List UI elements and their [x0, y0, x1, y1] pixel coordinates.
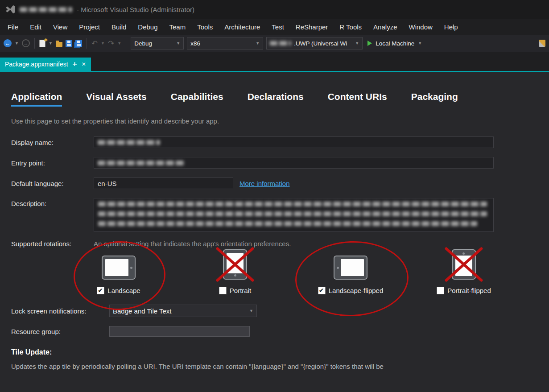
window-title: - Microsoft Visual Studio (Administrator…	[77, 6, 194, 13]
menu-window[interactable]: Window	[403, 19, 438, 35]
toolbar-separator	[34, 38, 35, 49]
menu-debug[interactable]: Debug	[132, 19, 163, 35]
tab-package-appxmanifest[interactable]: Package.appxmanifest ✕	[0, 58, 91, 71]
default-language-label: Default language:	[11, 180, 94, 187]
redacted-text	[98, 140, 160, 145]
redacted-text	[98, 161, 185, 165]
platform-value: x86	[190, 40, 200, 47]
menu-build[interactable]: Build	[106, 19, 132, 35]
standard-toolbar: ← ▼ → ✱ ▼ ↶ ▼ ↷ ▼ Debug ▼ x86 ▼ .UWP (Un…	[0, 35, 549, 52]
default-language-input[interactable]: en-US	[94, 177, 233, 189]
undo-dropdown-icon[interactable]: ▼	[101, 41, 105, 45]
undo-button[interactable]: ↶	[91, 40, 98, 47]
tab-visual-assets[interactable]: Visual Assets	[86, 91, 146, 107]
save-button[interactable]	[66, 40, 72, 47]
portrait-flipped-option[interactable]: Portrait-flipped	[437, 287, 491, 294]
close-icon[interactable]: ✕	[82, 62, 86, 67]
chevron-down-icon: ▼	[249, 309, 253, 313]
landscape-flipped-option[interactable]: Landscape-flipped	[318, 287, 384, 294]
tile-update-heading: Tile Update:	[11, 348, 538, 356]
toolbar-separator	[87, 38, 87, 49]
description-textarea[interactable]	[94, 198, 494, 232]
redacted-project-name	[270, 41, 291, 45]
menu-edit[interactable]: Edit	[24, 19, 47, 35]
chevron-down-icon: ▼	[176, 41, 180, 45]
description-row: Description:	[11, 198, 538, 232]
portrait-checkbox[interactable]	[219, 287, 227, 294]
rotation-landscape: Landscape	[81, 248, 157, 294]
entry-point-input[interactable]	[94, 157, 494, 169]
portrait-flipped-label: Portrait-flipped	[447, 287, 491, 294]
navigate-back-dropdown-icon[interactable]: ▼	[15, 41, 19, 45]
rotation-portrait: Portrait	[202, 248, 268, 294]
solution-configuration-dropdown[interactable]: Debug ▼	[131, 37, 184, 50]
portrait-device-icon	[223, 249, 247, 280]
play-icon	[367, 41, 372, 46]
menu-bar: File Edit View Project Build Debug Team …	[0, 19, 549, 35]
menu-resharper[interactable]: ReSharper	[290, 19, 334, 35]
menu-rtools[interactable]: R Tools	[334, 19, 367, 35]
landscape-flipped-label: Landscape-flipped	[329, 287, 384, 294]
menu-help[interactable]: Help	[438, 19, 464, 35]
landscape-checkbox[interactable]	[97, 287, 104, 294]
landscape-label: Landscape	[107, 287, 140, 294]
display-name-input[interactable]	[94, 136, 494, 148]
tab-declarations[interactable]: Declarations	[248, 91, 304, 107]
tab-application[interactable]: Application	[11, 91, 62, 107]
toolbar-separator	[126, 38, 126, 49]
lock-screen-label: Lock screen notifications:	[11, 307, 109, 315]
page-description: Use this page to set the properties that…	[11, 117, 538, 125]
display-name-row: Display name:	[11, 136, 538, 148]
menu-architecture[interactable]: Architecture	[219, 19, 266, 35]
more-information-link[interactable]: More information	[239, 180, 290, 187]
tab-packaging[interactable]: Packaging	[411, 91, 458, 107]
supported-rotations-row: Supported rotations: An optional setting…	[11, 240, 538, 248]
navigate-forward-button[interactable]: →	[22, 39, 30, 47]
entry-point-row: Entry point:	[11, 157, 538, 169]
redacted-solution-name	[20, 7, 72, 12]
portrait-option[interactable]: Portrait	[219, 287, 251, 294]
chevron-down-icon: ▼	[418, 41, 422, 45]
lock-screen-dropdown[interactable]: Badge and Tile Text ▼	[109, 305, 257, 317]
title-bar: - Microsoft Visual Studio (Administrator…	[0, 0, 549, 19]
rotation-portrait-flipped: Portrait-flipped	[421, 248, 506, 294]
appxmanifest-designer: Application Visual Assets Capabilities D…	[0, 72, 549, 372]
redacted-text	[98, 211, 487, 216]
default-language-row: Default language: en-US More information	[11, 177, 538, 189]
landscape-device-icon	[102, 256, 136, 280]
new-project-dropdown-icon[interactable]: ▼	[49, 41, 53, 45]
resource-group-input[interactable]	[109, 326, 250, 337]
pin-icon[interactable]	[72, 62, 78, 67]
manifest-tab-row: Application Visual Assets Capabilities D…	[11, 91, 538, 107]
document-tab-strip: Package.appxmanifest ✕	[0, 52, 549, 72]
startup-project-dropdown[interactable]: .UWP (Universal Wi ▼	[266, 37, 363, 50]
add-item-icon[interactable]	[56, 42, 62, 47]
menu-file[interactable]: File	[2, 19, 24, 35]
menu-test[interactable]: Test	[266, 19, 290, 35]
redacted-text	[98, 221, 477, 226]
start-debugging-button[interactable]: Local Machine ▼	[366, 40, 424, 47]
menu-project[interactable]: Project	[73, 19, 106, 35]
portrait-flipped-checkbox[interactable]	[437, 287, 444, 294]
lock-screen-row: Lock screen notifications: Badge and Til…	[11, 305, 538, 317]
new-project-icon[interactable]: ✱	[39, 40, 45, 47]
supported-rotations-hint: An optional setting that indicates the a…	[94, 240, 291, 248]
description-label: Description:	[11, 198, 94, 207]
redo-button[interactable]: ↷	[108, 40, 114, 47]
tab-capabilities[interactable]: Capabilities	[171, 91, 223, 107]
save-all-button[interactable]	[75, 40, 82, 47]
menu-view[interactable]: View	[47, 19, 73, 35]
navigate-back-button[interactable]: ←	[4, 39, 12, 47]
landscape-flipped-checkbox[interactable]	[318, 287, 326, 294]
menu-analyze[interactable]: Analyze	[367, 19, 403, 35]
document-tab-label: Package.appxmanifest	[5, 61, 68, 68]
toolbar-overflow-icon[interactable]	[539, 40, 545, 47]
rotation-options: Landscape Portrait	[11, 248, 538, 301]
menu-tools[interactable]: Tools	[191, 19, 219, 35]
rotation-landscape-flipped: Landscape-flipped	[306, 248, 395, 294]
menu-team[interactable]: Team	[164, 19, 192, 35]
landscape-option[interactable]: Landscape	[97, 287, 140, 294]
redo-dropdown-icon[interactable]: ▼	[117, 41, 121, 45]
solution-platform-dropdown[interactable]: x86 ▼	[187, 37, 263, 50]
tab-content-uris[interactable]: Content URIs	[328, 91, 387, 107]
